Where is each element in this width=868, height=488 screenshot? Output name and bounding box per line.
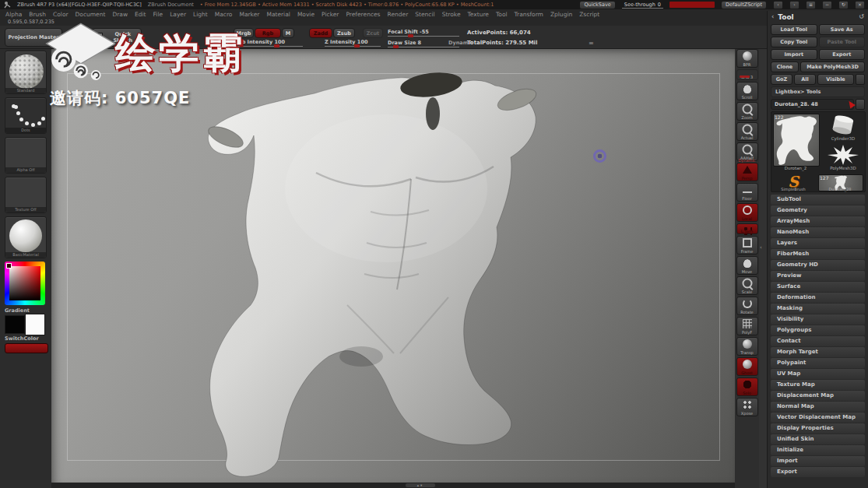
projection-master-button[interactable]: Projection Master <box>5 28 62 47</box>
subpalette-item[interactable]: Deformation <box>771 293 865 303</box>
active-tool-thumbnail[interactable]: 122 <box>773 114 820 167</box>
right-shelf-button[interactable]: PolyF <box>736 317 758 335</box>
current-texture-thumbnail[interactable]: Texture Off <box>5 177 47 213</box>
mrgb-button[interactable]: Mrgb <box>234 28 254 38</box>
main-color-swatch[interactable] <box>5 315 25 334</box>
save-as-button[interactable]: Save As <box>819 24 866 35</box>
subpalette-item[interactable]: NanoMesh <box>771 227 865 237</box>
subpalette-item[interactable]: Unified Skin <box>771 434 865 444</box>
current-tool-slider[interactable]: Durotan_28. 48 <box>771 99 854 110</box>
collapse-panel-icon[interactable]: ‹ <box>771 13 774 20</box>
bottom-tray-handle[interactable]: ▴▾ <box>406 483 435 487</box>
menu-item[interactable]: Macro <box>215 11 233 18</box>
next-ui-icon[interactable]: › <box>789 1 799 9</box>
z-intensity-handle[interactable] <box>354 44 360 47</box>
subpalette-item[interactable]: Displacement Map <box>771 391 865 401</box>
restore-icon[interactable]: ↻ <box>838 1 849 9</box>
zcut-button[interactable]: Zcut <box>363 28 383 38</box>
copy-tool-button[interactable]: Copy Tool <box>771 37 817 47</box>
lightbox-tools-button[interactable]: Lightbox> Tools <box>771 86 865 97</box>
subpalette-item[interactable]: Export <box>771 467 865 477</box>
menu-item[interactable]: Edit <box>135 11 146 18</box>
right-shelf-button[interactable]: Solo <box>736 377 758 396</box>
right-tray-divider[interactable]: ‹ <box>759 11 767 488</box>
menu-item[interactable]: Material <box>266 11 290 18</box>
menu-item[interactable]: Tool <box>496 11 508 18</box>
color-picker-field[interactable] <box>9 266 40 300</box>
minimize-icon[interactable]: − <box>822 1 832 9</box>
subpalette-item[interactable]: Preview <box>771 271 865 281</box>
polymesh3d-thumbnail[interactable] <box>828 145 859 165</box>
subpalette-item[interactable]: Import <box>771 456 865 466</box>
subpalette-item[interactable]: ArrayMesh <box>771 216 865 226</box>
subpalette-item[interactable]: Texture Map <box>771 380 865 390</box>
subpalette-item[interactable]: Masking <box>771 304 865 314</box>
shelf-divider-icon[interactable]: ≡ <box>589 40 594 47</box>
clone-button[interactable]: Clone <box>771 61 799 72</box>
goz-all-button[interactable]: All <box>794 74 816 85</box>
document-canvas[interactable] <box>51 48 735 483</box>
cylinder3d-thumbnail[interactable] <box>828 114 859 135</box>
menu-item[interactable]: Render <box>388 11 409 18</box>
quicksave-button[interactable]: QuickSave <box>579 1 615 9</box>
current-stroke-thumbnail[interactable]: Dots <box>5 97 47 134</box>
menu-item[interactable]: Zplugin <box>550 11 572 18</box>
right-shelf-button[interactable]: Ghost <box>736 357 758 376</box>
menus-icon[interactable]: ≡ <box>806 1 816 9</box>
right-shelf-button[interactable]: Xpose <box>736 398 758 416</box>
see-through-slider[interactable]: See-through 0 <box>622 1 663 9</box>
gradient-label[interactable]: Gradient <box>5 307 51 314</box>
z-intensity-slider[interactable]: Z Intensity 100 <box>325 39 367 45</box>
menu-item[interactable]: Alpha <box>5 11 22 18</box>
tool-slider-r-toggle[interactable] <box>856 99 865 110</box>
rgb-button[interactable]: Rgb <box>255 28 281 38</box>
menu-item[interactable]: Picker <box>322 11 339 18</box>
subpalette-item[interactable]: Contact <box>771 336 865 346</box>
right-shelf-button[interactable]: Scroll <box>736 82 758 100</box>
secondary-color-swatch[interactable] <box>25 314 45 335</box>
menu-item[interactable]: Draw <box>112 11 128 18</box>
menu-item[interactable]: Zscript <box>579 11 599 18</box>
menu-item[interactable]: File <box>153 11 163 18</box>
subpalette-item[interactable]: Visibility <box>771 314 865 325</box>
right-shelf-button[interactable]: SPix 3 <box>736 69 758 80</box>
menu-item[interactable]: Movie <box>297 11 315 18</box>
right-shelf-button[interactable]: Zoom <box>736 102 758 121</box>
load-tool-button[interactable]: Load Tool <box>771 24 817 35</box>
current-material-thumbnail[interactable]: BasicMaterial <box>5 216 47 258</box>
subpalette-item[interactable]: FiberMesh <box>771 249 865 259</box>
close-icon[interactable]: × <box>855 1 865 9</box>
subpalette-item[interactable]: Geometry <box>771 205 865 216</box>
right-shelf-button[interactable]: BPR <box>736 49 758 68</box>
subpalette-item[interactable]: Geometry HD <box>771 260 865 270</box>
subpalette-item[interactable]: Morph Target <box>771 347 865 357</box>
menu-item[interactable]: Layer <box>170 11 186 18</box>
subpalette-item[interactable]: Vector Displacement Map <box>771 413 865 423</box>
menu-item[interactable]: Transform <box>515 11 543 18</box>
default-zscript-button[interactable]: DefaultZScript <box>721 1 767 9</box>
menu-item[interactable]: Preferences <box>346 11 380 18</box>
menu-item[interactable]: Marker <box>239 11 259 18</box>
right-shelf-button[interactable]: Floor <box>736 183 758 202</box>
subpalette-item[interactable]: UV Map <box>771 369 865 379</box>
right-shelf-button[interactable]: Frame <box>736 236 758 255</box>
zsub-button[interactable]: Zsub <box>333 28 355 38</box>
right-shelf-button[interactable]: Move <box>736 256 758 275</box>
subpalette-item[interactable]: SubTool <box>771 195 865 205</box>
subpalette-item[interactable]: Polypaint <box>771 358 865 368</box>
rgb-intensity-handle[interactable] <box>274 44 279 47</box>
right-shelf-button[interactable]: Dynamic Persp <box>736 163 758 181</box>
current-alpha-thumbnail[interactable]: Alpha Off <box>5 137 47 174</box>
export-button[interactable]: Export <box>819 49 866 60</box>
focal-shift-handle[interactable] <box>408 34 413 37</box>
quick-sketch-button[interactable]: Quick Sketch <box>92 28 142 47</box>
menu-item[interactable]: Light <box>193 11 208 18</box>
menu-item[interactable]: Stroke <box>442 11 461 18</box>
subpalette-item[interactable]: Surface <box>771 282 865 292</box>
right-shelf-button[interactable]: Transp <box>736 337 758 356</box>
subpalette-item[interactable]: Normal Map <box>771 402 865 412</box>
right-shelf-button[interactable]: L.Sym <box>736 223 758 234</box>
color-picker[interactable] <box>5 262 45 305</box>
subpalette-item[interactable]: Display Properties <box>771 423 865 434</box>
zadd-button[interactable]: Zadd <box>309 28 332 38</box>
